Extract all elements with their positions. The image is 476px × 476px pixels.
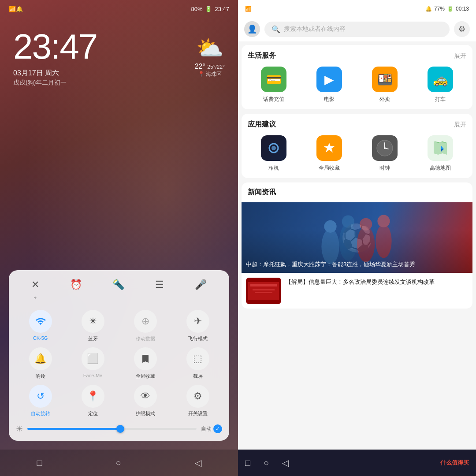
app-suggestions-title: 应用建议 xyxy=(248,120,276,129)
auto-check-icon: ✓ xyxy=(213,424,222,433)
svg-point-1 xyxy=(271,146,276,150)
news-small-headline: 【解局】信息量巨大！多名政治局委员连续发文谈机构改革 xyxy=(286,278,468,286)
bluetooth-icon[interactable]: ✴ xyxy=(82,310,104,333)
svg-rect-23 xyxy=(255,292,272,293)
taxi-label: 打车 xyxy=(435,96,446,103)
airplane-label: 飞行模式 xyxy=(188,335,208,342)
news-item-big[interactable]: ⚽ xyxy=(242,202,472,273)
auto-rotate-icon[interactable]: ↺ xyxy=(29,385,52,408)
search-bar: 👤 🔍 搜索本地或者在线内容 ⚙ xyxy=(238,18,476,41)
calculator-icon[interactable]: ✕÷ xyxy=(31,279,39,302)
back-button[interactable]: ◁ xyxy=(195,457,201,468)
menu-icon[interactable]: ☰ xyxy=(155,279,164,302)
eye-icon[interactable]: 👁 xyxy=(134,385,157,408)
app-suggestions-header: 应用建议 展开 xyxy=(248,120,466,129)
wifi-icon[interactable] xyxy=(29,310,52,333)
alarm-icon: 🔔 xyxy=(16,6,23,12)
location-toggle[interactable]: 📍 定位 xyxy=(68,385,117,417)
brightness-slider[interactable] xyxy=(27,428,197,430)
svg-rect-21 xyxy=(250,284,277,286)
life-services-title: 生活服务 xyxy=(248,51,276,60)
news-item-small[interactable]: 【解局】信息量巨大！多名政治局委员连续发文谈机构改革 xyxy=(242,273,472,309)
auto-rotate-toggle[interactable]: ↺ 自动旋转 xyxy=(16,385,65,417)
service-item-movie[interactable]: ▶ 电影 xyxy=(303,67,355,103)
settings-button[interactable]: ⚙ xyxy=(454,21,470,37)
camera-app-icon xyxy=(261,135,286,161)
switch-settings-toggle[interactable]: ⚙ 开关设置 xyxy=(173,385,222,417)
brightness-fill xyxy=(27,428,120,430)
favorites-label: 全局收藏 xyxy=(136,373,155,379)
weather-temp: 22° 25°/22° xyxy=(195,63,225,71)
screenshot-label: 截屏 xyxy=(193,373,203,379)
flashlight-icon[interactable]: 🔦 xyxy=(112,279,124,302)
svg-marker-8 xyxy=(434,141,447,155)
app-suggestions-card: 应用建议 展开 相机 xyxy=(242,114,472,178)
airplane-icon[interactable]: ✈ xyxy=(186,310,209,333)
svg-rect-22 xyxy=(253,289,275,290)
auto-rotate-label: 自动旋转 xyxy=(31,410,50,417)
weather-icon: ⛅ xyxy=(195,35,225,61)
mobile-data-icon[interactable]: ⊕ xyxy=(134,310,157,333)
settings-icon[interactable]: ⚙ xyxy=(186,385,209,408)
screenshot-icon[interactable]: ⬚ xyxy=(186,347,209,370)
life-services-header: 生活服务 展开 xyxy=(248,51,466,60)
ring-toggle[interactable]: 🔔 响铃 xyxy=(16,347,65,379)
quick-items-grid: CK-5G ✴ 蓝牙 ⊕ 移动数据 ✈ 飞行模式 🔔 响铃 xyxy=(16,310,222,417)
face-me-icon[interactable]: ⬜ xyxy=(82,347,104,370)
news-card: 新闻资讯 ⚽ xyxy=(242,182,472,309)
right-back-button[interactable]: ◁ xyxy=(282,457,289,468)
mobile-data-toggle[interactable]: ⊕ 移动数据 xyxy=(121,310,170,342)
service-item-recharge[interactable]: 💳 话费充值 xyxy=(248,67,300,103)
right-time: 00:13 xyxy=(456,6,469,12)
right-recent-button[interactable]: □ xyxy=(245,458,250,468)
location-label: 定位 xyxy=(88,410,98,417)
battery-percent: 80% xyxy=(191,6,202,12)
weather-location: 📍 海珠区 xyxy=(195,71,225,78)
svg-point-17 xyxy=(360,218,372,231)
app-item-clock[interactable]: 时钟 xyxy=(359,135,411,172)
right-battery: 77% xyxy=(434,6,445,12)
brand-logo[interactable]: 什么值得买 xyxy=(440,459,469,467)
right-content: 生活服务 展开 💳 话费充值 ▶ 电影 🍱 外卖 🚕 打车 xyxy=(238,41,476,450)
bluetooth-toggle[interactable]: ✴ 蓝牙 xyxy=(68,310,117,342)
right-alarm-icon: 🔔 xyxy=(425,6,432,12)
app-item-camera[interactable]: 相机 xyxy=(248,135,300,172)
face-me-label: Face-Me xyxy=(83,373,102,378)
home-button[interactable]: ○ xyxy=(116,458,121,468)
favorites-app-label: 全局收藏 xyxy=(319,164,340,172)
user-avatar[interactable]: 👤 xyxy=(244,21,260,37)
eye-protection-toggle[interactable]: 👁 护眼模式 xyxy=(121,385,170,417)
right-nav-bar: □ ○ ◁ 什么值得买 xyxy=(238,450,476,476)
app-item-map[interactable]: 高德地图 xyxy=(414,135,466,172)
date-line: 03月17日 周六 xyxy=(13,69,97,78)
favorites-icon[interactable] xyxy=(134,347,157,370)
wifi-label: CK-5G xyxy=(33,335,48,341)
brightness-thumb[interactable] xyxy=(116,425,124,433)
favorites-toggle[interactable]: 全局收藏 xyxy=(121,347,170,379)
recent-apps-button[interactable]: □ xyxy=(37,458,42,468)
svg-point-15 xyxy=(324,220,336,233)
alarm-icon[interactable]: ⏰ xyxy=(70,279,82,302)
ring-icon[interactable]: 🔔 xyxy=(29,347,52,370)
app-item-favorites[interactable]: 全局收藏 xyxy=(303,135,355,172)
screenshot-toggle[interactable]: ⬚ 截屏 xyxy=(173,347,222,379)
location-icon[interactable]: 📍 xyxy=(82,385,104,408)
life-services-expand[interactable]: 展开 xyxy=(454,52,466,60)
taxi-icon: 🚕 xyxy=(428,67,453,92)
search-input-box[interactable]: 🔍 搜索本地或者在线内容 xyxy=(264,22,450,37)
news-big-caption: 中超：摩托狂飙，重庆大胜苏宁；鲁能3连胜，砸场华夏新主场首秀 xyxy=(242,256,420,273)
quick-settings-panel: ✕÷ ⏰ 🔦 ☰ 🎤 CK-5G ✴ 蓝牙 ⊕ 移动数据 xyxy=(9,270,229,441)
microphone-icon[interactable]: 🎤 xyxy=(195,279,207,302)
ring-label: 响铃 xyxy=(36,373,45,379)
recharge-label: 话费充值 xyxy=(263,96,284,103)
news-big-bg: ⚽ xyxy=(242,202,472,273)
service-item-food[interactable]: 🍱 外卖 xyxy=(359,67,411,103)
airplane-toggle[interactable]: ✈ 飞行模式 xyxy=(173,310,222,342)
face-me-toggle[interactable]: ⬜ Face-Me xyxy=(68,347,117,379)
app-suggestions-expand[interactable]: 展开 xyxy=(454,121,466,129)
wifi-toggle[interactable]: CK-5G xyxy=(16,310,65,342)
service-item-taxi[interactable]: 🚕 打车 xyxy=(414,67,466,103)
right-home-button[interactable]: ○ xyxy=(264,458,269,468)
clock-label: 时钟 xyxy=(379,164,390,172)
svg-marker-2 xyxy=(324,143,335,152)
